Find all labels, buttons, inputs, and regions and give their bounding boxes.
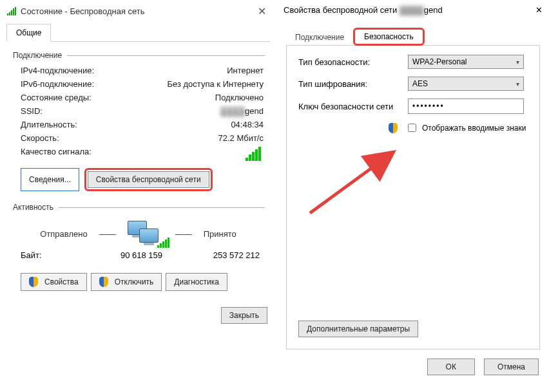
security-type-label: Тип безопасности: (298, 57, 408, 67)
properties-button[interactable]: Свойства (21, 273, 87, 291)
duration-value: 04:48:34 (231, 120, 264, 129)
dash-right: —— (175, 229, 192, 239)
security-tab-panel: Тип безопасности: WPA2-Personal▾ Тип шиф… (286, 46, 540, 350)
annotation-arrow (303, 142, 407, 219)
sent-label: Отправлено (40, 229, 87, 239)
show-characters-checkbox[interactable] (408, 124, 416, 132)
highlight-wireless-properties: Свойства беспроводной сети (84, 168, 213, 191)
tab-connection[interactable]: Подключение (286, 29, 353, 46)
signal-quality-label: Качество сигнала: (21, 147, 92, 161)
duration-label: Длительность: (21, 120, 77, 129)
group-activity-label: Активность (12, 203, 59, 212)
ssid-label: SSID: (21, 106, 43, 116)
media-state-value: Подключено (215, 93, 264, 102)
wireless-properties-button[interactable]: Свойства беспроводной сети (88, 171, 209, 188)
window-title-left: Состояние - Беспроводная сеть (21, 6, 253, 16)
disable-button[interactable]: Отключить (91, 273, 162, 291)
diagnose-button[interactable]: Диагностика (166, 273, 227, 291)
ipv4-value: Интернет (227, 66, 264, 75)
bytes-sent-value: 90 618 159 (92, 250, 162, 260)
security-key-label: Ключ безопасности сети (298, 102, 408, 111)
group-activity: Активность Отправлено —— —— Принято Байт… (12, 203, 265, 296)
tab-row-right: Подключение Безопасность (286, 23, 540, 46)
speed-value: 72.2 Мбит/с (218, 133, 264, 143)
signal-bars-icon (246, 147, 264, 161)
ipv4-label: IPv4-подключение: (21, 66, 94, 75)
chevron-down-icon: ▾ (516, 80, 519, 88)
bytes-received-value: 253 572 212 (198, 250, 265, 260)
bytes-label: Байт: (21, 250, 92, 260)
security-key-input[interactable] (408, 98, 524, 114)
tab-security[interactable]: Безопасность (353, 28, 425, 46)
dash-left: —— (99, 229, 116, 239)
encryption-type-combo[interactable]: AES▾ (408, 77, 524, 91)
chevron-down-icon: ▾ (516, 59, 519, 66)
advanced-settings-button[interactable]: Дополнительные параметры (298, 321, 418, 337)
cancel-button[interactable]: Отмена (484, 359, 539, 375)
tab-general[interactable]: Общие (6, 24, 51, 42)
window-title-right: Свойства беспроводной сети ▓▓▓▓gend (284, 5, 535, 15)
received-label: Принято (204, 229, 236, 239)
security-type-combo[interactable]: WPA2-Personal▾ (408, 55, 524, 69)
monitors-icon (128, 221, 164, 247)
titlebar-right: Свойства беспроводной сети ▓▓▓▓gend ✕ (277, 0, 549, 16)
shield-icon (99, 277, 108, 287)
group-connection: Подключение IPv4-подключение:Интернет IP… (12, 51, 265, 196)
svg-line-0 (310, 152, 394, 213)
speed-label: Скорость: (21, 133, 59, 143)
details-button[interactable]: Сведения... (21, 168, 79, 191)
ssid-value: ▓▓▓▓gend (220, 106, 264, 116)
media-state-label: Состояние среды: (21, 93, 92, 102)
tab-row-left: Общие (6, 21, 270, 42)
shield-icon (389, 123, 398, 133)
wifi-signal-icon (6, 8, 17, 15)
encryption-type-label: Тип шифрования: (298, 79, 408, 89)
ipv6-label: IPv6-подключение: (21, 79, 94, 89)
group-connection-label: Подключение (12, 51, 67, 60)
wireless-properties-dialog: Свойства беспроводной сети ▓▓▓▓gend ✕ По… (277, 0, 549, 392)
titlebar-left: Состояние - Беспроводная сеть ✕ (0, 0, 276, 21)
shield-icon (29, 277, 38, 287)
close-button-left[interactable]: ✕ (253, 5, 270, 17)
close-dialog-button[interactable]: Закрыть (221, 307, 267, 324)
ok-button[interactable]: ОК (427, 359, 475, 375)
show-characters-label: Отображать вводимые знаки (422, 124, 526, 133)
wireless-status-dialog: Состояние - Беспроводная сеть ✕ Общие По… (0, 0, 277, 392)
ipv6-value: Без доступа к Интернету (167, 79, 264, 89)
close-button-right[interactable]: ✕ (535, 5, 543, 15)
